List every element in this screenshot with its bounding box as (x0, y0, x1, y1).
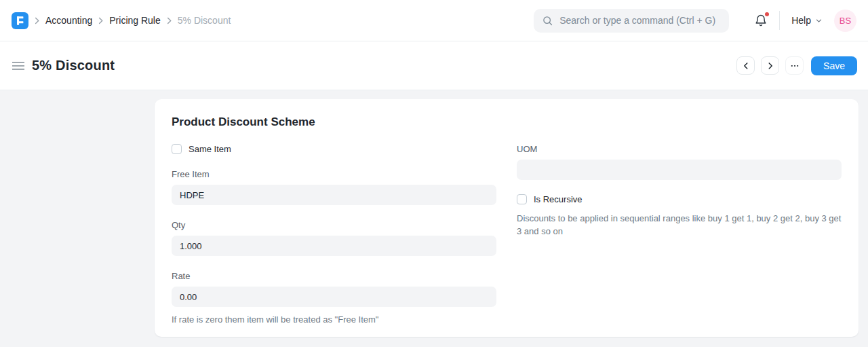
chevron-down-icon (815, 17, 823, 24)
chevron-right-icon (32, 16, 42, 26)
rate-label: Rate (172, 271, 496, 281)
qty-input[interactable] (172, 236, 496, 256)
same-item-label: Same Item (189, 144, 231, 154)
sidebar-toggle-button[interactable] (11, 58, 26, 73)
help-dropdown[interactable]: Help (791, 15, 823, 26)
same-item-checkbox-row[interactable]: Same Item (172, 144, 496, 154)
qty-label: Qty (172, 220, 496, 230)
form-grid: Same Item Free Item Qty Rate If rate is … (172, 144, 842, 326)
previous-document-button[interactable] (736, 56, 755, 75)
form-column-left: Same Item Free Item Qty Rate If rate is … (172, 144, 496, 326)
is-recursive-checkbox[interactable] (517, 194, 527, 204)
free-item-label: Free Item (172, 169, 496, 179)
erpnext-logo-icon[interactable] (12, 12, 28, 29)
product-discount-scheme-section: Product Discount Scheme Same Item Free I… (155, 99, 859, 337)
chevron-right-icon (96, 16, 106, 26)
rate-description: If rate is zero them item will be treate… (172, 313, 496, 326)
uom-label: UOM (517, 144, 842, 154)
menu-icon (12, 61, 24, 71)
breadcrumb-item-pricing-rule[interactable]: Pricing Rule (109, 15, 160, 26)
free-item-input[interactable] (172, 185, 496, 205)
uom-input[interactable] (517, 160, 842, 180)
erpnext-logo-glyph (12, 12, 28, 29)
rate-input[interactable] (172, 287, 496, 307)
is-recursive-description: Discounts to be applied in sequential ra… (517, 212, 842, 238)
is-recursive-checkbox-row[interactable]: Is Recursive (517, 194, 842, 204)
user-avatar[interactable]: BS (834, 10, 856, 32)
page-title: 5% Discount (32, 58, 115, 73)
chevron-right-icon (164, 16, 174, 26)
section-title: Product Discount Scheme (172, 115, 842, 129)
form-column-right: UOM Is Recursive Discounts to be applied… (517, 144, 842, 326)
navbar-divider (779, 11, 780, 30)
global-search[interactable] (534, 9, 729, 33)
more-options-button[interactable] (785, 56, 804, 75)
form-page: Product Discount Scheme Same Item Free I… (0, 90, 868, 337)
unread-notification-dot (765, 12, 769, 16)
chevron-right-icon (766, 61, 775, 71)
breadcrumb-item-accounting[interactable]: Accounting (45, 15, 92, 26)
search-icon (542, 15, 553, 26)
is-recursive-label: Is Recursive (534, 194, 583, 204)
save-button[interactable]: Save (811, 56, 857, 75)
toolbar-actions: Save (736, 56, 857, 75)
breadcrumb-item-current: 5% Discount (178, 15, 231, 26)
notifications-button[interactable] (754, 14, 768, 27)
search-input[interactable] (559, 15, 721, 26)
page-toolbar: 5% Discount Save (0, 41, 868, 90)
ellipsis-icon (790, 61, 800, 71)
chevron-left-icon (741, 61, 751, 71)
next-document-button[interactable] (761, 56, 779, 75)
navbar-actions: Help BS (534, 9, 856, 33)
same-item-checkbox[interactable] (172, 144, 182, 154)
top-navbar: Accounting Pricing Rule 5% Discount Help (0, 0, 868, 41)
breadcrumb: Accounting Pricing Rule 5% Discount (12, 12, 231, 29)
help-label: Help (791, 15, 811, 26)
